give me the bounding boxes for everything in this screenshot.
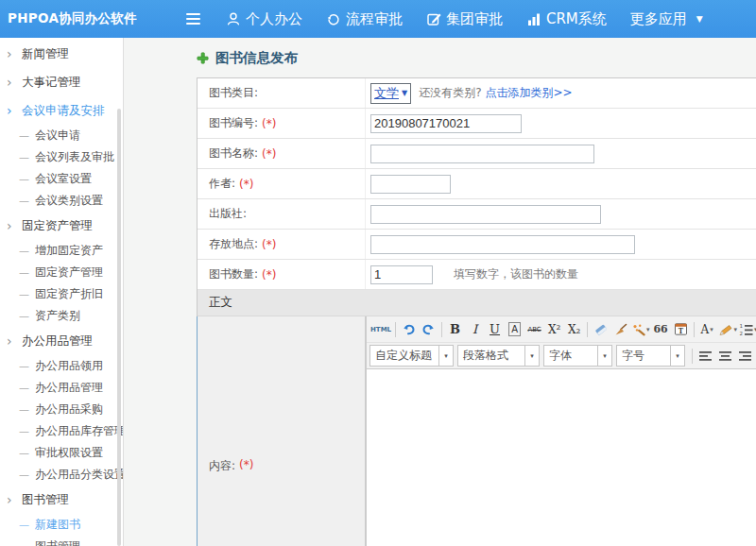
hamburger-menu-icon[interactable] xyxy=(186,13,200,26)
editor-html-source-button[interactable]: HTML xyxy=(369,320,392,339)
rich-text-editor: HTMLBIUAABCX²X₂▾66TA▾▾12▾▾ 自定义标题▾段落格式▾字体… xyxy=(366,316,756,546)
editor-heading-select[interactable]: 自定义标题▾ xyxy=(369,345,454,367)
sidebar-item-asset-category[interactable]: —资产类别 xyxy=(0,305,123,327)
toolbar-separator xyxy=(395,322,396,337)
sidebar-item-label: 办公用品采购 xyxy=(35,401,103,418)
sidebar-item-supplies-inventory[interactable]: —办公用品库存管理 xyxy=(0,420,123,442)
selected-option: 文学 xyxy=(374,85,399,102)
dash-icon: — xyxy=(19,151,29,163)
nav-item-label: 集团审批 xyxy=(446,10,503,28)
sidebar-item-supplies-category-settings[interactable]: —办公用品分类设置 xyxy=(0,464,123,486)
sidebar-item-new-book[interactable]: —新建图书 xyxy=(0,514,123,536)
editor-font-size-select[interactable]: 字号▾ xyxy=(616,345,685,367)
editor-redo-button[interactable] xyxy=(419,320,438,339)
sidebar: ›新闻管理›大事记管理›会议申请及安排—会议申请—会议列表及审批—会议室设置—会… xyxy=(0,38,124,546)
book-category-select[interactable]: 文学▼ xyxy=(370,83,411,104)
author-input[interactable] xyxy=(370,175,451,194)
editor-align-left-button[interactable] xyxy=(696,347,715,366)
chevron-down-icon: ▾ xyxy=(670,346,684,366)
nav-item-personal-office[interactable]: 个人办公 xyxy=(226,10,302,28)
sidebar-item-label: 固定资产管理 xyxy=(22,218,93,234)
editor-font-color-glyph: A xyxy=(700,323,709,336)
editor-align-right-button[interactable] xyxy=(735,347,755,366)
sidebar-item-fixed-asset-manage[interactable]: —固定资产管理 xyxy=(0,262,123,283)
editor-font-family-select[interactable]: 字体▾ xyxy=(543,345,612,367)
form-row-publisher: 出版社: xyxy=(198,199,756,230)
book-name-input[interactable] xyxy=(370,145,594,163)
editor-ordered-list-button[interactable]: 12▾ xyxy=(738,320,756,339)
chevron-down-icon: ▾ xyxy=(438,346,453,366)
add-category-link[interactable]: 点击添加类别>> xyxy=(486,85,573,101)
dash-icon: — xyxy=(19,540,29,546)
nav-item-more-apps[interactable]: 更多应用▼ xyxy=(630,10,703,28)
nav-item-crm-system[interactable]: CRM系统 xyxy=(526,10,607,28)
dash-icon: — xyxy=(19,425,29,437)
dash-icon: — xyxy=(19,245,29,257)
broom-icon xyxy=(613,323,628,336)
editor-strikethrough-button[interactable]: ABC xyxy=(524,320,544,339)
sidebar-item-approval-permission-settings[interactable]: —审批权限设置 xyxy=(0,442,123,464)
chevron-down-icon: ▼ xyxy=(402,89,407,97)
book-number-input[interactable] xyxy=(370,114,522,133)
required-star: (*) xyxy=(262,147,276,161)
sidebar-item-fixed-asset-management[interactable]: ›固定资产管理 xyxy=(0,212,123,240)
nav-item-label: CRM系统 xyxy=(546,10,607,28)
sidebar-item-office-supplies-management[interactable]: ›办公用品管理 xyxy=(0,327,123,355)
sidebar-item-meeting-apply[interactable]: —会议申请 xyxy=(0,125,123,146)
editor-paragraph-select[interactable]: 段落格式▾ xyxy=(457,345,540,367)
editor-undo-button[interactable] xyxy=(399,320,419,339)
sidebar-scrollbar[interactable] xyxy=(117,109,121,546)
form-row-book-quantity: 图书数量:(*)填写数字，该图书的数量 xyxy=(198,260,756,290)
sidebar-item-book-management[interactable]: ›图书管理 xyxy=(0,486,123,514)
chevron-down-icon: ▾ xyxy=(597,346,611,366)
editor-clear-format-button[interactable] xyxy=(610,320,630,339)
dash-icon: — xyxy=(19,129,29,142)
editor-highlight-button[interactable]: ▾ xyxy=(717,320,739,339)
sidebar-item-news-management[interactable]: ›新闻管理 xyxy=(0,40,123,68)
sidebar-item-meeting-apply-arrange[interactable]: ›会议申请及安排 xyxy=(0,96,123,125)
field-hint: 填写数字，该图书的数量 xyxy=(454,266,578,282)
sidebar-item-meeting-category-settings[interactable]: —会议类别设置 xyxy=(0,190,123,212)
form-value-book-name xyxy=(366,139,756,168)
required-star: (*) xyxy=(239,178,253,191)
required-star: (*) xyxy=(262,238,276,251)
editor-align-center-button[interactable] xyxy=(715,347,735,366)
editor-bold-button[interactable]: B xyxy=(445,320,465,339)
edit-square-icon xyxy=(426,11,441,26)
sidebar-item-supplies-purchase[interactable]: —办公用品采购 xyxy=(0,399,123,420)
editor-underline-button[interactable]: U xyxy=(485,320,505,339)
dash-icon: — xyxy=(19,310,29,322)
align-left-icon xyxy=(698,350,713,363)
sidebar-item-add-fixed-asset[interactable]: —增加固定资产 xyxy=(0,240,123,262)
book-quantity-input[interactable] xyxy=(370,265,433,284)
sidebar-item-label: 办公用品管理 xyxy=(22,333,93,350)
sidebar-item-supplies-manage[interactable]: —办公用品管理 xyxy=(0,377,123,399)
sidebar-item-fixed-asset-depreciation[interactable]: —固定资产折旧 xyxy=(0,283,123,305)
sidebar-item-meeting-room-settings[interactable]: —会议室设置 xyxy=(0,168,123,190)
sidebar-item-book-manage[interactable]: —图书管理 xyxy=(0,536,123,546)
sidebar-item-meeting-list-approval[interactable]: —会议列表及审批 xyxy=(0,146,123,168)
editor-body[interactable] xyxy=(367,369,756,546)
editor-paste-text-button[interactable]: T xyxy=(671,320,691,339)
editor-format-paint-button[interactable]: ▾ xyxy=(630,320,651,339)
dash-icon: — xyxy=(19,288,29,300)
form-row-book-category: 图书类目:文学▼还没有类别?点击添加类别>> xyxy=(198,78,756,109)
editor-italic-button[interactable]: I xyxy=(465,320,485,339)
sidebar-menu: ›新闻管理›大事记管理›会议申请及安排—会议申请—会议列表及审批—会议室设置—会… xyxy=(0,40,123,546)
dash-icon: — xyxy=(19,195,29,207)
nav-item-process-approval[interactable]: 流程审批 xyxy=(326,10,403,28)
nav-item-group-approval[interactable]: 集团审批 xyxy=(426,10,503,28)
editor-eraser-button[interactable] xyxy=(591,320,610,339)
editor-forecolor-box-button[interactable]: A xyxy=(505,320,524,339)
editor-blockquote-button[interactable]: 66 xyxy=(651,320,671,339)
sidebar-item-memorabilia-management[interactable]: ›大事记管理 xyxy=(0,68,123,96)
chevron-right-icon: › xyxy=(7,76,17,89)
storage-location-input[interactable] xyxy=(370,235,635,254)
field-label: 出版社: xyxy=(209,206,247,222)
editor-subscript-button[interactable]: X₂ xyxy=(564,320,584,339)
publisher-input[interactable] xyxy=(370,205,601,224)
editor-font-color-button[interactable]: A▾ xyxy=(697,320,717,339)
editor-superscript-button[interactable]: X² xyxy=(544,320,564,339)
add-plus-icon xyxy=(197,52,209,64)
sidebar-item-supplies-requisition[interactable]: —办公用品领用 xyxy=(0,355,123,377)
